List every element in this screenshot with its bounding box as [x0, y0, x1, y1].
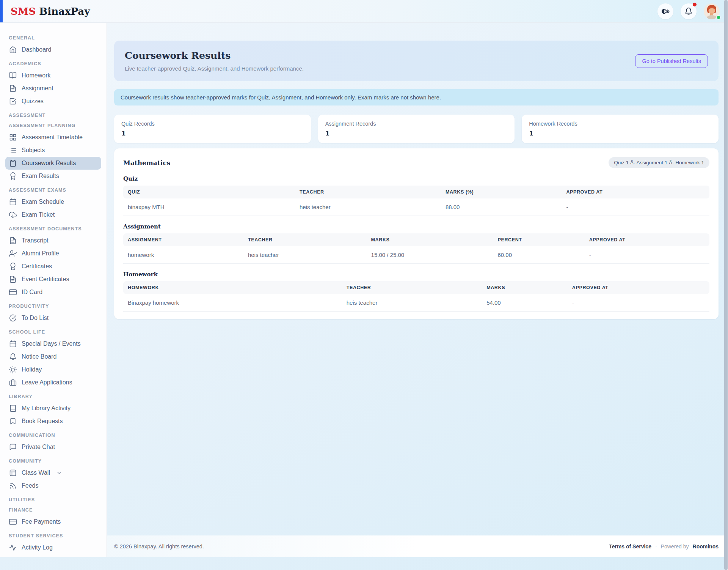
sidebar-item-homework[interactable]: Homework — [5, 69, 101, 82]
bookmark-icon — [9, 417, 17, 425]
check-square-icon — [9, 98, 17, 105]
page-header-text: Coursework Results Live teacher-approved… — [125, 50, 304, 72]
stat-card-assignment-records: Assignment Records1 — [318, 115, 515, 143]
sidebar-item-label: Transcript — [22, 237, 49, 244]
column-header: QUIZ — [123, 186, 295, 198]
subject-title: Mathematics — [123, 159, 170, 167]
column-header: PERCENT — [493, 233, 585, 246]
stats-row: Quiz Records1Assignment Records1Homework… — [114, 115, 719, 143]
sidebar-item-label: Event Certificates — [22, 276, 69, 283]
sidebar-item-transcript[interactable]: Transcript — [5, 234, 101, 247]
subject-counts-badge: Quiz 1 Â· Assignment 1 Â· Homework 1 — [609, 157, 709, 168]
sidebar-item-private-chat[interactable]: Private Chat — [5, 441, 101, 453]
sidebar-item-exam-schedule[interactable]: Exam Schedule — [5, 195, 101, 208]
stat-card-homework-records: Homework Records1 — [522, 115, 719, 143]
sidebar-item-fee-payments[interactable]: Fee Payments — [5, 515, 101, 528]
table-row: binaxpay MTHheis teacher88.00- — [123, 198, 709, 216]
logo-sms-text: SMS — [11, 6, 36, 17]
table-row: Binaxpay homeworkheis teacher54.00- — [123, 294, 709, 312]
column-header: MARKS — [482, 281, 568, 294]
table-cell: heis teacher — [342, 294, 482, 312]
app-shell: GENERALDashboardACADEMICSHomeworkAssignm… — [0, 23, 728, 557]
user-avatar[interactable] — [704, 3, 720, 19]
sidebar-item-label: Holiday — [22, 366, 42, 373]
sidebar-item-label: Assignment — [22, 85, 53, 92]
theme-toggle-button[interactable] — [657, 3, 673, 19]
sidebar-item-notice-board[interactable]: Notice Board — [5, 350, 101, 363]
powered-by-brand-link[interactable]: Roominos — [693, 543, 719, 550]
activity-icon — [9, 544, 17, 551]
table-cell: 54.00 — [482, 294, 568, 312]
sidebar-item-feeds[interactable]: Feeds — [5, 479, 101, 492]
sidebar-item-feedbacks[interactable]: Feedbacks — [5, 554, 101, 557]
sidebar-item-leave-applications[interactable]: Leave Applications — [5, 376, 101, 389]
sidebar-item-label: Class Wall — [22, 469, 50, 476]
app-header: SMSBinaxPay — [0, 0, 728, 23]
sidebar-item-alumni-profile[interactable]: Alumni Profile — [5, 247, 101, 260]
sidebar-item-label: Exam Ticket — [22, 211, 55, 218]
sidebar-item-exam-results[interactable]: Exam Results — [5, 170, 101, 183]
notifications-button[interactable] — [681, 3, 697, 19]
sidebar-item-label: Quizzes — [22, 98, 44, 105]
info-banner: Coursework results show teacher-approved… — [114, 89, 719, 105]
table-cell: Binaxpay homework — [123, 294, 342, 312]
sidebar-item-label: Exam Results — [22, 173, 59, 180]
brand-logo[interactable]: SMSBinaxPay — [11, 6, 90, 16]
table-cell: binaxpay MTH — [123, 198, 295, 216]
sidebar-item-my-library-activity[interactable]: My Library Activity — [5, 402, 101, 415]
sidebar-item-event-certificates[interactable]: Event Certificates — [5, 273, 101, 286]
sidebar-item-to-do-list[interactable]: To Do List — [5, 312, 101, 324]
sidebar-section-academics: ACADEMICS — [9, 61, 98, 66]
sidebar-item-class-wall[interactable]: Class Wall — [5, 466, 101, 479]
main-content: Coursework Results Live teacher-approved… — [107, 23, 728, 557]
sidebar-item-label: Feeds — [22, 482, 38, 489]
sidebar-item-quizzes[interactable]: Quizzes — [5, 95, 101, 108]
sidebar-item-subjects[interactable]: Subjects — [5, 144, 101, 157]
stat-value: 1 — [529, 129, 711, 137]
sidebar-item-label: Activity Log — [22, 544, 53, 551]
sidebar-section-assessment: ASSESSMENT — [9, 113, 98, 118]
sidebar-item-holiday[interactable]: Holiday — [5, 363, 101, 376]
assignment-table: ASSIGNMENTTEACHERMARKSPERCENTAPPROVED AT… — [123, 233, 709, 264]
rss-icon — [9, 482, 17, 490]
sidebar-section-utilities: UTILITIES — [9, 497, 98, 502]
go-to-published-results-button[interactable]: Go to Published Results — [635, 54, 708, 68]
sidebar-item-special-days-events[interactable]: Special Days / Events — [5, 337, 101, 350]
terms-of-service-link[interactable]: Terms of Service — [609, 543, 651, 550]
column-header: TEACHER — [342, 281, 482, 294]
sidebar-item-exam-ticket[interactable]: Exam Ticket — [5, 208, 101, 221]
sidebar-item-coursework-results[interactable]: Coursework Results — [5, 157, 101, 170]
credit-card-icon — [9, 288, 17, 296]
list-icon — [9, 146, 17, 154]
sidebar-item-assignment[interactable]: Assignment — [5, 82, 101, 95]
table-cell: - — [585, 246, 709, 264]
sidebar-section-student-services: STUDENT SERVICES — [9, 533, 98, 539]
sidebar-item-label: Exam Schedule — [22, 198, 64, 205]
sidebar-item-dashboard[interactable]: Dashboard — [5, 43, 101, 56]
column-header: MARKS — [367, 233, 493, 246]
sidebar-item-label: Subjects — [22, 147, 45, 154]
sidebar-item-id-card[interactable]: ID Card — [5, 286, 101, 299]
column-header: TEACHER — [243, 233, 367, 246]
sidebar-section-assessment-exams: ASSESSMENT EXAMS — [9, 187, 98, 193]
sidebar-section-finance: FINANCE — [9, 507, 98, 513]
table-section-assignment: AssignmentASSIGNMENTTEACHERMARKSPERCENTA… — [123, 223, 709, 264]
download-cloud-icon — [9, 211, 17, 219]
sidebar-item-assessment-timetable[interactable]: Assessment Timetable — [5, 131, 101, 144]
sidebar-item-book-requests[interactable]: Book Requests — [5, 415, 101, 428]
copyright-text: © 2026 Binaxpay. All rights reserved. — [114, 543, 204, 550]
column-header: MARKS (%) — [441, 186, 562, 198]
sidebar-item-label: Leave Applications — [22, 379, 72, 386]
sidebar-item-activity-log[interactable]: Activity Log — [5, 541, 101, 554]
table-section-title: Quiz — [123, 175, 709, 182]
sidebar-item-certificates[interactable]: Certificates — [5, 260, 101, 273]
scrollbar-thumb[interactable] — [724, 0, 728, 570]
check-circle-icon — [9, 314, 17, 322]
homework-table: HOMEWORKTEACHERMARKSAPPROVED ATBinaxpay … — [123, 281, 709, 312]
table-section-title: Homework — [123, 271, 709, 278]
stat-label: Homework Records — [529, 121, 711, 127]
table-cell: - — [562, 198, 709, 216]
calendar-icon — [9, 340, 17, 348]
table-section-homework: HomeworkHOMEWORKTEACHERMARKSAPPROVED ATB… — [123, 271, 709, 312]
page-title: Coursework Results — [125, 50, 304, 61]
